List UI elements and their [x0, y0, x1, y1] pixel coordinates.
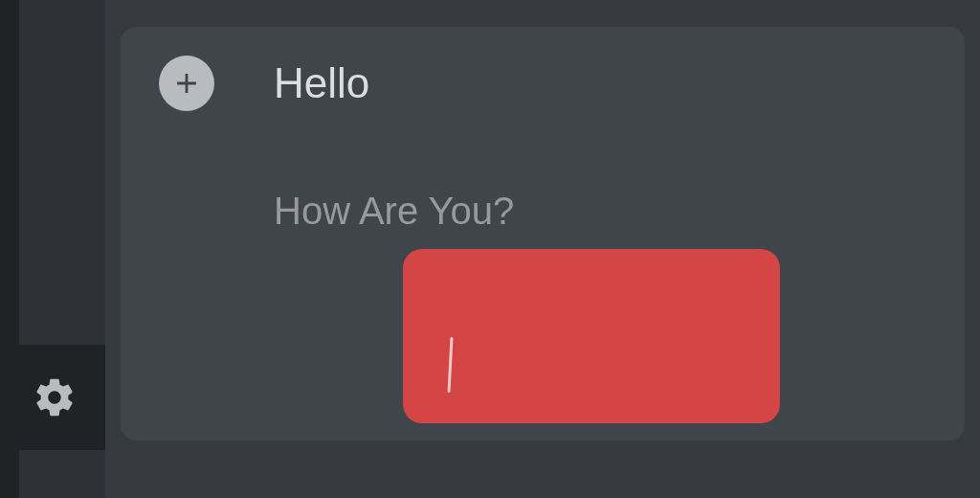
- gear-icon: [33, 375, 77, 419]
- attach-button[interactable]: [159, 56, 214, 111]
- redaction-cover: [403, 249, 780, 423]
- message-line-2: How Are You?: [274, 190, 514, 233]
- text-caret: [447, 337, 453, 393]
- channel-sidebar: [19, 0, 105, 498]
- message-line-1: Hello: [274, 59, 514, 107]
- plus-icon: [170, 67, 203, 100]
- settings-button[interactable]: [4, 345, 105, 450]
- main-content: Hello How Are You?: [105, 0, 980, 498]
- message-input-container[interactable]: Hello How Are You?: [121, 27, 965, 441]
